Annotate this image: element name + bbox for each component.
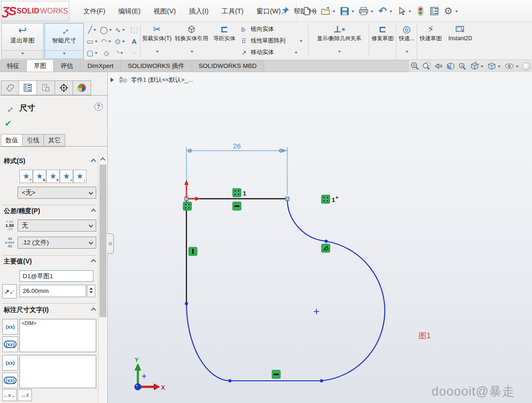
fillet-tool[interactable]: ◝: [113, 47, 127, 59]
tab-evaluate[interactable]: 评估: [54, 60, 80, 72]
repair-sketch-button[interactable]: ⊏ 修复草图: [370, 23, 395, 59]
dimension-name-field[interactable]: D1@草图1: [19, 270, 93, 282]
relations-dropdown[interactable]: [337, 53, 342, 59]
ok-check-icon[interactable]: ✔: [5, 118, 12, 128]
dropdown-caret[interactable]: [371, 11, 373, 14]
collapse-tolerance-icon[interactable]: [91, 208, 96, 214]
override-value-button[interactable]: (xx): [2, 319, 18, 335]
dropdown-caret[interactable]: [333, 11, 335, 14]
instant2d-button[interactable]: Instant2D: [444, 23, 476, 59]
sketch-arc-top-right[interactable]: [287, 199, 326, 241]
graphics-area[interactable]: 零件1 (默认<<默认>_... 26: [108, 72, 532, 403]
collapse-primary-icon[interactable]: [91, 259, 96, 264]
tangent-constraint-icon[interactable]: [322, 244, 330, 252]
menu-insert[interactable]: 插入(I): [183, 4, 214, 18]
print-button[interactable]: [357, 3, 376, 19]
tab-display-manager[interactable]: [73, 80, 91, 95]
tab-features[interactable]: 特征: [0, 60, 27, 72]
tab-feature-manager[interactable]: [1, 80, 19, 95]
menu-view[interactable]: 视图(V): [148, 4, 181, 18]
coincident-constraint-icon[interactable]: [233, 189, 241, 197]
subtab-leaders[interactable]: 引线: [23, 134, 44, 147]
offset-text-button[interactable]: ↔x: [18, 389, 32, 401]
dimension-text-area[interactable]: <DIM>: [19, 319, 96, 352]
zoom-fit-button[interactable]: [409, 61, 420, 72]
tolerance-dropdown[interactable]: 无: [18, 220, 96, 232]
rebuild-button[interactable]: [414, 3, 427, 19]
text-tool[interactable]: A: [127, 36, 141, 47]
spinner-down-icon[interactable]: [89, 291, 93, 295]
trim-entities-button[interactable]: ✂ 剪裁实体(T): [142, 23, 172, 59]
coincident-constraint-icon[interactable]: [183, 202, 192, 210]
zoom-area-button[interactable]: [421, 61, 432, 72]
tab-property-manager[interactable]: [19, 80, 37, 95]
override-value-oval-button[interactable]: (xx): [2, 336, 18, 352]
precision-dropdown[interactable]: .12 (文件): [18, 237, 96, 249]
smart-dimension-dropdown[interactable]: [45, 50, 83, 59]
collapse-dimension-text-icon[interactable]: [91, 307, 96, 312]
polygon-tool[interactable]: ◇: [99, 47, 113, 59]
rapid-sketch-button[interactable]: ⚡ 快速草图: [419, 23, 443, 59]
sketch-entities[interactable]: [186, 199, 385, 381]
rectangle-tool[interactable]: ▭: [86, 36, 99, 47]
quick-snaps-button[interactable]: ◎ 快速...: [396, 23, 417, 59]
add-style-button[interactable]: ★+: [33, 170, 46, 183]
style-section-header[interactable]: 样式(S): [4, 157, 25, 165]
dropdown-caret[interactable]: [455, 11, 458, 14]
feature-tree-root[interactable]: 零件1 (默认<<默认>_...: [111, 76, 193, 84]
convert-entities-button[interactable]: 转换实体引用: [173, 23, 210, 59]
subtab-other[interactable]: 其它: [44, 134, 65, 147]
dimension-text-area-2[interactable]: [19, 355, 96, 388]
value-spinner[interactable]: [87, 285, 95, 297]
exit-sketch-button[interactable]: ↩ 退出草图: [1, 23, 43, 59]
new-document-button[interactable]: [300, 3, 319, 19]
dimension-value-field[interactable]: 26.00mm: [19, 285, 86, 297]
task-pane-button[interactable]: [427, 3, 441, 19]
tolerance-section-header[interactable]: 公差/精度(P): [4, 207, 40, 215]
panel-flyout-handle[interactable]: [107, 233, 114, 254]
override-value2-oval-button[interactable]: (xx): [2, 372, 18, 388]
arc-tool[interactable]: ◠: [99, 36, 113, 47]
tab-solidworks-mbd[interactable]: SOLIDWORKS MBD: [192, 60, 264, 72]
spline-tool[interactable]: ∿: [113, 24, 127, 36]
quick-snaps-dropdown[interactable]: [404, 53, 409, 59]
smart-dimension-button[interactable]: ↔ 智能尺寸: [44, 23, 84, 59]
trim-dropdown[interactable]: [155, 53, 160, 59]
spinner-up-icon[interactable]: [89, 286, 93, 290]
panel-scrollbar[interactable]: [98, 154, 107, 403]
hide-show-items-button[interactable]: [503, 61, 520, 72]
sketch-viewport[interactable]: 26: [108, 72, 532, 403]
section-view-button[interactable]: [445, 61, 456, 72]
load-style-button[interactable]: ★↓: [73, 170, 87, 183]
move-entities-button[interactable]: ↗ 移动实体: [239, 47, 303, 58]
sketch-origin[interactable]: [185, 180, 201, 201]
style-dropdown[interactable]: <无>: [18, 187, 96, 199]
save-style-button[interactable]: ★▪: [60, 170, 73, 183]
line-tool[interactable]: ╱: [86, 24, 99, 36]
display-style-button[interactable]: [486, 61, 502, 72]
arc-center-point[interactable]: [314, 309, 319, 314]
sketch-endpoints[interactable]: [185, 197, 328, 382]
save-button[interactable]: [338, 3, 357, 19]
dropdown-caret[interactable]: [314, 11, 316, 14]
undo-button[interactable]: ↶: [376, 3, 395, 19]
delete-style-button[interactable]: ★×: [46, 170, 60, 183]
display-delete-relations-button[interactable]: ⊥◉ 显示/删除几何关系: [310, 23, 368, 59]
convert-dropdown[interactable]: [189, 53, 194, 59]
collapse-style-icon[interactable]: [91, 159, 96, 164]
constraint-badges[interactable]: 1 1 +: [183, 189, 338, 379]
plane-tool[interactable]: [127, 24, 141, 36]
center-dimension-button[interactable]: ←x→: [2, 389, 17, 401]
circle-tool[interactable]: ◯: [99, 24, 113, 36]
dropdown-caret[interactable]: [390, 11, 392, 14]
override-value2-button[interactable]: (xx): [2, 355, 18, 371]
horizontal-constraint-icon[interactable]: [233, 202, 241, 210]
dropdown-caret[interactable]: [295, 52, 297, 55]
expand-tree-icon[interactable]: [111, 78, 116, 82]
dimension-26[interactable]: 26: [186, 142, 287, 195]
slot-tool[interactable]: ▢: [86, 47, 99, 59]
pin-menu-icon[interactable]: [279, 6, 291, 17]
horizontal-constraint-icon[interactable]: [272, 370, 280, 379]
dropdown-caret[interactable]: [300, 40, 303, 43]
tab-solidworks-addins[interactable]: SOLIDWORKS 插件: [121, 60, 192, 72]
